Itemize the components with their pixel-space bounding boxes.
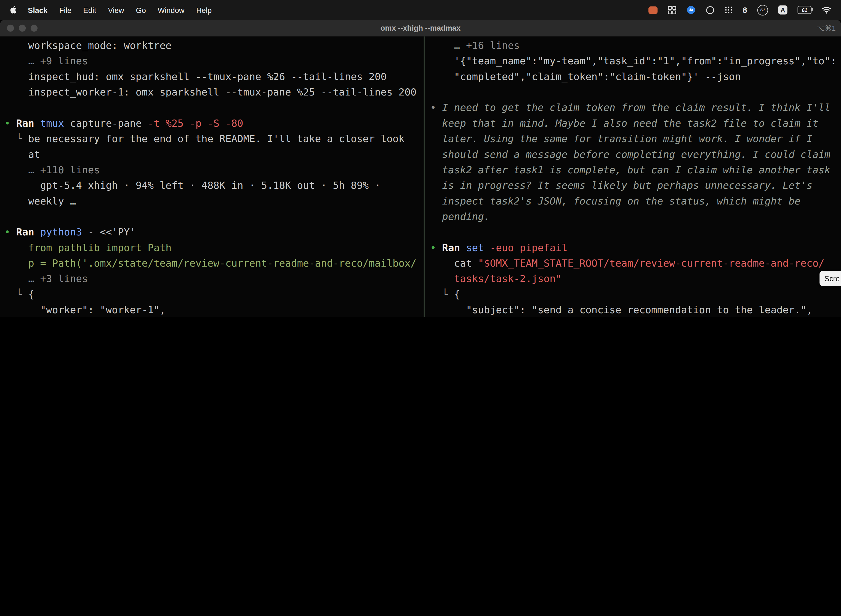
tmux-pane-right[interactable]: … +16 lines '{"team_name":"my-team","tas… [426,38,841,317]
menu-item-slack[interactable]: Slack [22,6,54,14]
terminal-line: keep that in mind. Maybe I also need the… [426,115,841,131]
input-source-icon[interactable]: A [778,5,787,14]
terminal-line: tasks/task-2.json" [426,271,841,286]
circle-app-icon[interactable] [706,6,714,14]
terminal-line: p = Path('.omx/state/team/review-current… [0,255,424,271]
menu-item-file[interactable]: File [54,6,78,14]
blue-app-icon[interactable] [686,5,695,14]
terminal-line: … +16 lines [426,38,841,53]
tmux-pane-left[interactable]: workspace_mode: worktree … +9 lines insp… [0,38,424,317]
terminal-line: workspace_mode: worktree [0,38,424,53]
terminal-line: … +110 lines [0,162,424,177]
terminal-line: pending. [426,209,841,224]
terminal-line: task2 after task1 is complete, but can I… [426,162,841,177]
terminal-line: └ be necessary for the end of the README… [0,131,424,146]
ran-command: • Ran python3 - <<'PY' [0,224,424,240]
terminal-line: at [0,147,424,162]
menu-item-view[interactable]: View [102,6,130,14]
terminal-line: └ { [0,286,424,302]
terminal-line: gpt-5.4 xhigh · 94% left · 488K in · 5.1… [0,177,424,193]
terminal-window: workspace_mode: worktree … +9 lines insp… [0,37,841,317]
menu-item-go[interactable]: Go [130,6,152,14]
menu-item-help[interactable]: Help [190,6,218,14]
battery-icon[interactable]: 61 [798,6,812,14]
terminal-line: should send a message before completing … [426,147,841,162]
terminal-line: inspect_hud: omx sparkshell --tmux-pane … [0,69,424,84]
apple-menu-icon[interactable] [10,5,18,14]
terminal-line: weekly … [0,193,424,209]
screen-recording-indicator-icon[interactable] [648,6,657,13]
terminal-line: later. Using the same for transition mig… [426,131,841,146]
terminal-line: is in progress? It seems likely but perh… [426,177,841,193]
screen-share-tooltip-fragment[interactable]: Scre [819,271,841,286]
terminal-line: "completed","claim_token":"claim-token"}… [426,69,841,84]
terminal-line: '{"team_name":"my-team","task_id":"1","f… [426,53,841,69]
terminal-line [426,84,841,100]
menu-items: SlackFileEditViewGoWindowHelp [22,6,218,14]
terminal-line [0,100,424,115]
ran-command: • Ran tmux capture-pane -t %25 -p -S -80 [0,115,424,131]
ran-command: • Ran set -euo pipefail [426,240,841,255]
dots-grid-icon[interactable] [725,6,733,14]
menu-item-window[interactable]: Window [152,6,190,14]
desktop: SlackFileEditViewGoWindowHelp [0,0,841,317]
terminal-line: inspect_worker-1: omx sparkshell --tmux-… [0,84,424,100]
pane-divider-vertical[interactable] [424,37,425,317]
wifi-icon[interactable] [822,6,831,13]
terminal-line: cat "$OMX_TEAM_STATE_ROOT/team/review-cu… [426,255,841,271]
terminal-line [426,224,841,240]
stats-gauge-icon[interactable]: 61 [757,5,768,15]
terminal-line [0,209,424,224]
keypad-app-icon[interactable]: 8 [743,5,747,14]
terminal-line: inspect task2's JSON, focusing on the st… [426,193,841,209]
menu-bar: SlackFileEditViewGoWindowHelp [0,0,841,20]
menu-item-edit[interactable]: Edit [77,6,102,14]
grid-icon[interactable] [667,6,676,14]
terminal-line: … +3 lines [0,271,424,286]
terminal-line: └ { [426,286,841,302]
terminal-line: from pathlib import Path [0,240,424,255]
terminal-line: "subject": "send a concise recommendatio… [426,302,841,317]
window-titlebar[interactable]: omx --xhigh --madmax ⌥⌘1 [0,20,841,37]
terminal-line: … +9 lines [0,53,424,69]
window-title: omx --xhigh --madmax [0,20,841,37]
menubar-status-icons: 8 61 A 61 [648,5,834,15]
thinking-text: • I need to get the claim token from the… [426,100,841,115]
terminal-line: "worker": "worker-1", [0,302,424,317]
window-shortcut-badge: ⌥⌘1 [817,20,835,37]
